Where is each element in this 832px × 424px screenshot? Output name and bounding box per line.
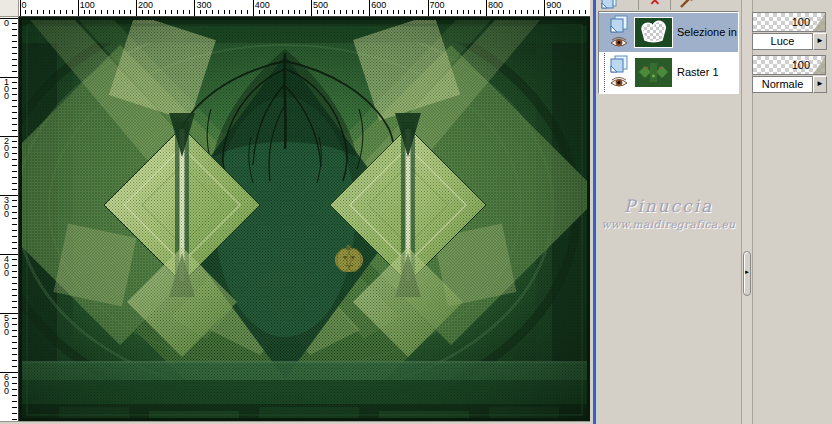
- ruler-tick: [12, 106, 17, 107]
- ruler-tick: [12, 224, 17, 225]
- ruler-tick: [171, 10, 172, 14]
- ruler-label: 600: [371, 1, 386, 10]
- edit-brush-icon[interactable]: [678, 0, 696, 10]
- ruler-tick: [12, 330, 17, 331]
- ruler-tick: [474, 10, 475, 14]
- arrow-right-icon: ►: [816, 79, 824, 88]
- opacity-slider-raster1[interactable]: 100: [752, 55, 826, 75]
- slider-thumb-icon[interactable]: [813, 57, 825, 74]
- ruler-tick: [288, 10, 289, 14]
- ruler-major-tick: [0, 254, 18, 255]
- ruler-horizontal: 0100200300400500600700800900: [19, 0, 590, 17]
- ruler-tick: [12, 401, 17, 402]
- opacity-slider-selezione[interactable]: 100: [752, 12, 826, 32]
- ruler-tick: [12, 354, 17, 355]
- layer-visibility-eye-icon[interactable]: [610, 76, 628, 89]
- opacity-value: 100: [792, 59, 810, 71]
- layers-list: Selezione innalzat: [598, 11, 739, 94]
- blend-mode-arrow-button[interactable]: ►: [813, 76, 827, 93]
- ruler-tick: [229, 10, 230, 14]
- ruler-tick: [12, 189, 17, 190]
- ruler-tick: [12, 366, 17, 367]
- ruler-tick: [12, 206, 17, 207]
- ruler-tick: [84, 10, 85, 14]
- ruler-major-tick: [194, 0, 195, 16]
- layer-type-icon: [609, 15, 629, 34]
- ruler-tick: [270, 10, 271, 14]
- ruler-tick: [404, 10, 405, 14]
- ruler-tick: [12, 348, 17, 349]
- ruler-label: 100: [80, 1, 95, 10]
- watermark-url: www.maidiregrafica.eu: [596, 218, 741, 230]
- ruler-tick: [89, 10, 90, 14]
- slider-thumb-icon[interactable]: [813, 14, 825, 31]
- ruler-tick: [25, 10, 26, 14]
- ruler-label: 700: [430, 1, 445, 10]
- ruler-tick: [585, 10, 586, 14]
- ruler-tick: [12, 230, 17, 231]
- ruler-tick: [49, 10, 50, 14]
- ruler-tick: [130, 10, 131, 14]
- watermark: Pinuccia www.maidiregrafica.eu: [596, 196, 741, 230]
- layer-row-selezione-innalzata[interactable]: Selezione innalzat: [599, 13, 738, 52]
- layer-visibility-eye-icon[interactable]: [610, 36, 628, 49]
- ruler-tick: [12, 377, 17, 378]
- ruler-major-tick: [311, 0, 312, 16]
- ruler-tick: [282, 10, 283, 14]
- ruler-tick: [12, 177, 17, 178]
- ruler-tick: [457, 10, 458, 14]
- ruler-tick: [12, 23, 17, 24]
- ruler-tick: [305, 10, 306, 14]
- ruler-major-tick: [0, 77, 18, 78]
- ruler-label: 0: [4, 20, 9, 27]
- ruler-major-tick: [253, 0, 254, 16]
- ruler-tick: [568, 10, 569, 14]
- image-canvas[interactable]: [19, 17, 590, 421]
- watermark-name: Pinuccia: [596, 196, 741, 216]
- ruler-tick: [492, 10, 493, 14]
- ruler-tick: [12, 147, 17, 148]
- toolbar-separator: [670, 0, 671, 10]
- ruler-tick: [12, 218, 17, 219]
- ruler-major-tick: [78, 0, 79, 16]
- layer-row-raster-1[interactable]: Raster 1: [599, 53, 738, 92]
- ruler-tick: [416, 10, 417, 14]
- blend-mode-dropdown-raster1[interactable]: Normale: [752, 76, 813, 93]
- ruler-tick: [503, 10, 504, 14]
- ruler-tick: [43, 10, 44, 14]
- layer-thumbnail[interactable]: [634, 17, 673, 48]
- ruler-tick: [54, 10, 55, 14]
- ruler-tick: [12, 159, 17, 160]
- ruler-tick: [422, 10, 423, 14]
- ruler-tick: [259, 10, 260, 14]
- splitter-arrow-icon: ►: [744, 269, 750, 275]
- ruler-tick: [12, 277, 17, 278]
- opacity-value: 100: [792, 16, 810, 28]
- ruler-tick: [12, 301, 17, 302]
- blend-mode-arrow-button[interactable]: ►: [813, 33, 827, 50]
- ruler-tick: [393, 10, 394, 14]
- ruler-label: 0: [22, 1, 27, 10]
- new-layer-icon[interactable]: [600, 0, 618, 10]
- delete-layer-icon[interactable]: ✕: [646, 0, 664, 10]
- ruler-tick: [12, 35, 17, 36]
- ruler-tick: [101, 10, 102, 14]
- ruler-tick: [521, 10, 522, 14]
- blend-mode-dropdown-selezione[interactable]: Luce diffusa: [752, 33, 813, 50]
- ruler-tick: [328, 10, 329, 14]
- ruler-tick: [12, 165, 17, 166]
- splitter-grip[interactable]: ►: [743, 251, 751, 296]
- ruler-tick: [463, 10, 464, 14]
- ruler-tick: [241, 10, 242, 14]
- ruler-tick: [556, 10, 557, 14]
- ruler-tick: [12, 88, 17, 89]
- ruler-tick: [189, 10, 190, 14]
- ruler-tick: [387, 10, 388, 14]
- ruler-label: 600: [4, 374, 9, 395]
- ruler-major-tick: [369, 0, 370, 16]
- layer-thumbnail[interactable]: [634, 57, 673, 88]
- ruler-tick: [12, 82, 17, 83]
- ruler-tick: [12, 94, 17, 95]
- ruler-tick: [12, 259, 17, 260]
- arrow-right-icon: ►: [816, 36, 824, 45]
